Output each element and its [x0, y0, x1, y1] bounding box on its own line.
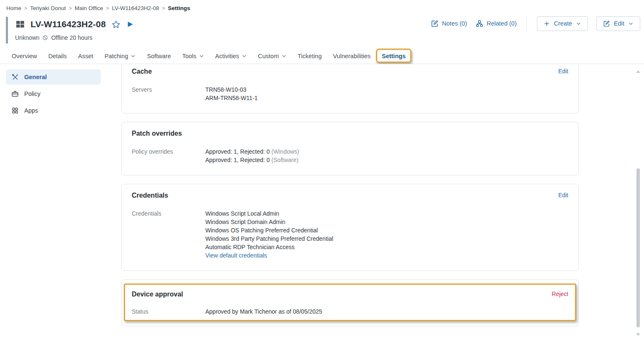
- patch-overrides-card: Patch overrides Policy overrides Approve…: [121, 122, 579, 175]
- tab-details[interactable]: Details: [48, 53, 66, 59]
- tab-label: Custom: [258, 53, 279, 59]
- tab-label: Patching: [105, 53, 128, 59]
- override-category: (Software): [271, 157, 299, 163]
- chevron-down-icon: [130, 54, 135, 59]
- sidebar-item-general[interactable]: General: [6, 70, 101, 85]
- breadcrumb-home[interactable]: Home: [6, 5, 21, 11]
- offline-duration-text: Offline 20 hours: [51, 34, 92, 41]
- credentials-card: Credentials Edit Credentials Windows Scr…: [121, 184, 579, 271]
- tab-label: Settings: [382, 53, 406, 59]
- override-value: Approved: 1, Rejected: 0(Software): [205, 156, 299, 164]
- breadcrumb-separator: >: [24, 5, 27, 11]
- sidebar-item-policy[interactable]: Policy: [6, 86, 101, 101]
- device-approval-card-title: Device approval: [132, 291, 183, 298]
- edit-pencil-icon: [603, 20, 610, 27]
- windows-os-icon: [15, 19, 25, 29]
- breadcrumb-organization[interactable]: Teriyaki Donut: [30, 5, 66, 11]
- breadcrumb-device[interactable]: LV-W116423H2-08: [112, 5, 159, 11]
- breadcrumb-location[interactable]: Main Office: [75, 5, 103, 11]
- credentials-card-title: Credentials: [132, 192, 168, 199]
- header-divider: [526, 15, 527, 31]
- tools-icon: [11, 73, 19, 81]
- cache-card: Cache Edit Servers TRN58-W10-03 ARM-TRN5…: [121, 64, 579, 113]
- row-label: Servers: [132, 85, 205, 102]
- create-button-label: Create: [554, 20, 572, 27]
- sidebar-item-label: Apps: [24, 107, 38, 114]
- tab-overview[interactable]: Overview: [12, 53, 37, 59]
- override-category: (Windows): [271, 148, 299, 155]
- credential-value: Windows OS Patching Preferred Credential: [205, 226, 333, 234]
- row-label: Policy overrides: [132, 147, 205, 164]
- tab-patching[interactable]: Patching: [105, 53, 135, 59]
- run-play-button[interactable]: [126, 21, 134, 28]
- row-label: Status: [132, 307, 205, 316]
- edit-button[interactable]: Edit: [596, 16, 640, 31]
- approval-status-row: Status Approved by Mark Tichenor as of 0…: [132, 307, 568, 316]
- header-actions: Notes (0) Related (0) Create Ed: [431, 16, 640, 31]
- tab-label: Tools: [182, 53, 197, 59]
- tab-activities[interactable]: Activities: [215, 53, 247, 59]
- chevron-down-icon: [242, 54, 247, 59]
- tab-label: Software: [147, 53, 171, 59]
- credentials-edit-link[interactable]: Edit: [558, 192, 568, 198]
- cache-servers-row: Servers TRN58-W10-03 ARM-TRN58-W11-1: [132, 85, 568, 102]
- tab-label: Vulnerabilities: [333, 53, 371, 59]
- reject-link[interactable]: Reject: [552, 291, 568, 297]
- tab-tools[interactable]: Tools: [182, 53, 204, 59]
- chevron-down-icon: [199, 54, 204, 59]
- device-tab-bar: Overview Details Asset Patching Software…: [0, 48, 644, 64]
- page-title: LV-W116423H2-08: [31, 19, 106, 29]
- plus-icon: [544, 21, 550, 27]
- favorite-star-button[interactable]: [111, 20, 121, 29]
- tab-label: Activities: [215, 53, 239, 59]
- tab-settings[interactable]: Settings: [382, 53, 406, 59]
- chevron-down-icon: [281, 54, 286, 59]
- breadcrumb-current-page: Settings: [168, 5, 190, 11]
- tab-ticketing[interactable]: Ticketing: [298, 53, 322, 59]
- breadcrumb-separator: >: [162, 5, 165, 11]
- sidebar-item-label: General: [24, 74, 47, 80]
- override-counts: Approved: 1, Rejected: 0: [205, 148, 270, 155]
- sidebar-item-label: Policy: [24, 90, 41, 97]
- scroll-up-arrow[interactable]: [636, 70, 640, 73]
- tab-software[interactable]: Software: [147, 53, 171, 59]
- credential-value: Automatic RDP Technician Access: [205, 243, 333, 251]
- approval-status-value: Approved by Mark Tichenor as of 08/05/20…: [205, 307, 322, 316]
- notes-icon: [431, 20, 439, 28]
- device-approval-card: Device approval Reject Status Approved b…: [121, 279, 579, 326]
- cache-server-value: ARM-TRN58-W11-1: [205, 94, 258, 102]
- override-counts: Approved: 1, Rejected: 0: [205, 157, 270, 163]
- scroll-down-arrow[interactable]: [636, 333, 640, 336]
- sidebar-item-apps[interactable]: Apps: [6, 103, 101, 118]
- tab-custom[interactable]: Custom: [258, 53, 286, 59]
- chevron-down-icon: [576, 21, 581, 26]
- tab-label: Details: [48, 53, 66, 59]
- breadcrumb-separator: >: [106, 5, 109, 11]
- title-accent-bar: [6, 17, 8, 44]
- tab-label: Ticketing: [298, 53, 322, 59]
- credential-value: Windows Script Local Admin: [205, 209, 333, 218]
- patch-overrides-card-title: Patch overrides: [132, 130, 182, 137]
- credentials-row: Credentials Windows Script Local Admin W…: [132, 209, 568, 260]
- cache-edit-link[interactable]: Edit: [558, 68, 568, 75]
- credential-value: Windows Script Domain Admin: [205, 218, 333, 226]
- view-default-credentials-link[interactable]: View default credentials: [205, 251, 267, 260]
- related-link[interactable]: Related (0): [475, 20, 517, 28]
- notes-link[interactable]: Notes (0): [431, 20, 467, 28]
- edit-button-label: Edit: [614, 20, 624, 27]
- related-label: Related (0): [487, 20, 517, 27]
- row-label: Credentials: [132, 209, 205, 260]
- policy-overrides-row: Policy overrides Approved: 1, Rejected: …: [132, 147, 568, 164]
- offline-icon: [42, 35, 48, 41]
- apps-grid-icon: [11, 107, 19, 114]
- override-value: Approved: 1, Rejected: 0(Windows): [205, 147, 299, 156]
- tab-asset[interactable]: Asset: [78, 53, 93, 59]
- settings-sidebar: General Policy Apps: [6, 70, 101, 120]
- settings-content: Cache Edit Servers TRN58-W10-03 ARM-TRN5…: [121, 64, 579, 340]
- briefcase-icon: [11, 90, 19, 98]
- tab-vulnerabilities[interactable]: Vulnerabilities: [333, 53, 371, 59]
- breadcrumb-separator: >: [69, 5, 72, 11]
- scrollbar-thumb[interactable]: [636, 168, 640, 327]
- create-button[interactable]: Create: [537, 16, 588, 31]
- tab-label: Overview: [12, 53, 37, 59]
